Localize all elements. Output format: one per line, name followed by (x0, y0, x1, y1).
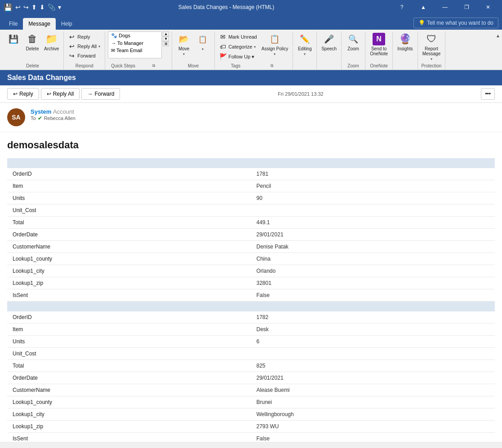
field-name: Item (7, 323, 251, 335)
tags-group-label: Tags ⧉ (218, 62, 290, 70)
reply-all-icon: ↩ (68, 43, 76, 50)
ribbon-group-quick-steps: 🐾 Dogs → To Manager ✉ Team Email ▲ ▼ ⊞ Q… (105, 31, 172, 70)
ribbon-group-insights: 🔮 Insights (393, 31, 418, 70)
help-btn[interactable]: ? (391, 0, 412, 14)
table-row: Lookup1_zip32801 (7, 277, 495, 289)
report-message-btn[interactable]: 🛡 ReportMessage ▾ (421, 31, 443, 62)
table-group-header (7, 158, 495, 168)
reply-ribbon-btn[interactable]: ↩ Reply (67, 32, 102, 41)
insights-btn[interactable]: 🔮 Insights (395, 31, 414, 53)
tags-col: ✉ Mark Unread 🏷 Categorize ▾ 🚩 Follow Up… (218, 31, 259, 61)
table-row: Units6 (7, 335, 495, 347)
verified-icon: ✔ (38, 115, 42, 121)
ribbon-group-delete: 💾 🗑 Delete 📁 Archive Delete (2, 31, 64, 70)
email-header: Sales Data Changes (0, 70, 502, 85)
rules-btn[interactable]: 📋 ▾ (194, 31, 212, 53)
qs-scroll-down[interactable]: ▼ (163, 36, 169, 41)
field-value: China (251, 253, 495, 265)
reply-all-action-btn[interactable]: ↩ Reply All (41, 88, 80, 100)
field-value: 90 (251, 192, 495, 204)
sender-avatar: SA (7, 108, 25, 126)
tab-message[interactable]: Message (23, 18, 56, 30)
ribbon-collapse-arrow[interactable]: ▲ (496, 31, 500, 70)
qs-dogs[interactable]: 🐾 Dogs (108, 32, 161, 40)
editing-group-label (296, 67, 314, 70)
qs-scroll-up[interactable]: ▲ (163, 31, 169, 36)
attach-btn[interactable]: 📎 (48, 4, 55, 11)
qs-scroll-controls: ▲ ▼ ⊞ (163, 31, 169, 46)
lightbulb-icon: 💡 (418, 20, 425, 26)
speech-btn[interactable]: 🎤 Speech (320, 31, 338, 53)
field-value: Desk (251, 323, 495, 335)
archive-btn[interactable]: 📁 Archive (42, 31, 61, 53)
rules-icon: 📋 (196, 33, 209, 45)
restore-btn[interactable]: ❐ (456, 0, 477, 14)
reply-action-btn[interactable]: ↩ Reply (7, 88, 39, 100)
forward-action-btn[interactable]: → Forward (81, 88, 120, 100)
delete-btn[interactable]: 🗑 Delete (23, 31, 41, 53)
download-btn[interactable]: ⬇ (40, 4, 45, 11)
ribbon-group-respond: ↩ Reply ↩ Reply All ▾ ↪ Forward Respond (64, 31, 105, 70)
upload-btn[interactable]: ⬆ (31, 4, 37, 11)
field-name: Units (7, 335, 251, 347)
reply-all-ribbon-btn[interactable]: ↩ Reply All ▾ (67, 42, 102, 51)
follow-up-btn[interactable]: 🚩 Follow Up ▾ (218, 52, 259, 61)
email-container: Sales Data Changes ↩ Reply ↩ Reply All →… (0, 70, 502, 442)
to-label: To (31, 115, 36, 121)
tags-dialog-launcher[interactable]: ⧉ (254, 63, 290, 68)
undo-btn[interactable]: ↩ (15, 4, 21, 11)
field-value (251, 347, 495, 359)
tell-me-box[interactable]: 💡 Tell me what you want to do (413, 18, 498, 28)
more-quick-btn[interactable]: ▾ (58, 4, 61, 11)
mark-unread-btn[interactable]: ✉ Mark Unread (218, 32, 259, 41)
editing-icon: ✏️ (298, 33, 311, 45)
tab-help[interactable]: Help (56, 18, 78, 30)
minimize-btn[interactable]: — (435, 0, 455, 14)
ribbon-group-tags: ✉ Mark Unread 🏷 Categorize ▾ 🚩 Follow Up… (215, 31, 293, 70)
table-row: Unit_Cost (7, 347, 495, 359)
speech-group-label (320, 67, 338, 70)
field-value: 32801 (251, 277, 495, 289)
close-btn[interactable]: ✕ (478, 0, 498, 14)
sender-info: System Account To ✔ Rebecca Allen (31, 108, 495, 121)
forward-action-label: Forward (94, 91, 114, 97)
tab-file[interactable]: File (4, 18, 23, 30)
insights-icon: 🔮 (399, 33, 411, 45)
qs-expand[interactable]: ⊞ (163, 41, 169, 46)
delete-icon: 🗑 (26, 33, 39, 45)
reply-all-action-icon: ↩ (47, 91, 51, 97)
categorize-btn[interactable]: 🏷 Categorize ▾ (218, 42, 259, 51)
recipient-name: Rebecca Allen (44, 115, 76, 121)
zoom-group-label: Zoom (344, 62, 362, 70)
table-row: Unit_Cost (7, 204, 495, 217)
zoom-btn[interactable]: 🔍 Zoom (344, 31, 362, 53)
report-message-icon: 🛡 (425, 33, 438, 45)
onenote-group-content: N Send toOneNote (368, 31, 390, 62)
table-row: OrderID1782 (7, 311, 495, 324)
field-name: OrderID (7, 311, 251, 324)
move-btn[interactable]: 📂 Move ▾ (175, 31, 193, 58)
table-row: Lookup1_cityWellingborough (7, 408, 495, 420)
reply-all-dropdown[interactable]: ▾ (98, 44, 100, 49)
assign-policy-btn[interactable]: 📋 Assign Policy ▾ (260, 31, 290, 58)
more-options-btn[interactable]: ••• (481, 88, 495, 100)
table-row: Total449.1 (7, 217, 495, 229)
ribbon-collapse-btn[interactable]: ▲ (413, 0, 434, 14)
field-name: Item (7, 180, 251, 192)
table-row: ItemDesk (7, 323, 495, 335)
qs-team-email[interactable]: ✉ Team Email (108, 47, 161, 54)
send-onenote-btn[interactable]: N Send toOneNote (368, 31, 390, 58)
move-group-content: 📂 Move ▾ 📋 ▾ (175, 31, 212, 62)
archive-icon: 📁 (45, 33, 58, 45)
field-value: 29/01/2021 (251, 372, 495, 384)
email-body-title: demosalesdata (7, 139, 495, 151)
flag-icon: 🚩 (219, 53, 227, 60)
qs-to-manager[interactable]: → To Manager (108, 40, 161, 47)
editing-btn[interactable]: ✏️ Editing ▾ (296, 31, 314, 58)
save-btn[interactable]: 💾 (4, 31, 22, 48)
quick-steps-dialog-launcher[interactable]: ⧉ (138, 63, 169, 68)
window-controls: ? ▲ — ❐ ✕ (391, 0, 498, 14)
ribbon: 💾 🗑 Delete 📁 Archive Delete ↩ Reply (0, 30, 502, 70)
forward-ribbon-btn[interactable]: ↪ Forward (67, 51, 102, 60)
redo-btn[interactable]: ↪ (23, 4, 29, 11)
